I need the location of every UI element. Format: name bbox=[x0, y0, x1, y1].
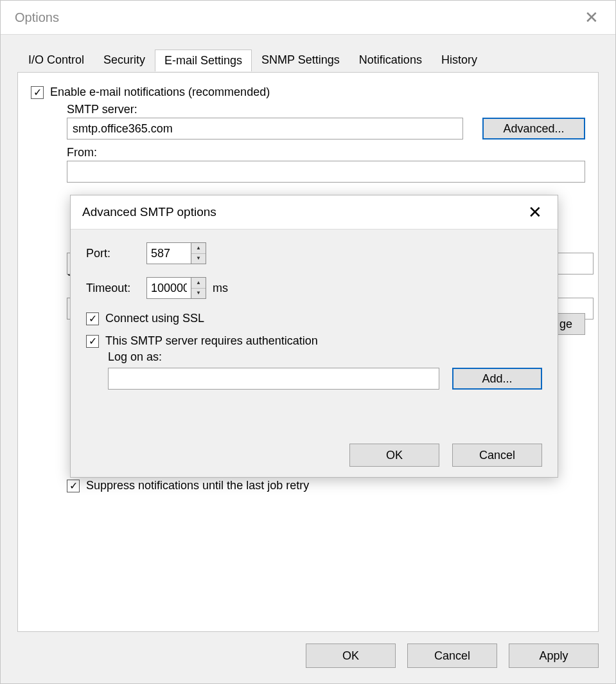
logon-label: Log on as: bbox=[108, 350, 542, 364]
tab-email-settings[interactable]: E-mail Settings bbox=[155, 50, 252, 71]
tab-io-control[interactable]: I/O Control bbox=[19, 49, 94, 71]
timeout-spinner[interactable]: ▲▼ bbox=[146, 277, 206, 299]
auth-row: This SMTP server requires authentication bbox=[86, 334, 542, 348]
window-title: Options bbox=[15, 10, 59, 25]
suppress-checkbox[interactable] bbox=[67, 480, 80, 492]
port-spinner[interactable]: ▲▼ bbox=[146, 242, 206, 264]
logon-row: Add... bbox=[108, 368, 542, 390]
tab-history[interactable]: History bbox=[432, 49, 487, 71]
modal-cancel-button[interactable]: Cancel bbox=[452, 444, 542, 467]
close-icon[interactable]: ✕ bbox=[579, 6, 604, 28]
advanced-smtp-dialog: Advanced SMTP options ✕ Port: ▲▼ Timeout… bbox=[70, 195, 558, 478]
logon-input[interactable] bbox=[108, 368, 439, 390]
tab-strip: I/O Control Security E-mail Settings SNM… bbox=[19, 49, 487, 71]
ssl-row: Connect using SSL bbox=[86, 312, 542, 325]
modal-close-icon[interactable]: ✕ bbox=[522, 201, 549, 223]
smtp-server-label: SMTP server: bbox=[67, 103, 585, 116]
suppress-row: Suppress notifications until the last jo… bbox=[67, 479, 309, 492]
tab-notifications[interactable]: Notifications bbox=[349, 49, 432, 71]
chevron-down-icon[interactable]: ▼ bbox=[191, 254, 206, 264]
ssl-checkbox[interactable] bbox=[86, 312, 99, 325]
smtp-block: SMTP server: Advanced... From: bbox=[67, 103, 585, 183]
timeout-unit: ms bbox=[213, 282, 228, 295]
add-credentials-button[interactable]: Add... bbox=[452, 368, 542, 390]
smtp-server-input[interactable] bbox=[67, 118, 463, 140]
modal-title: Advanced SMTP options bbox=[82, 205, 216, 219]
auth-checkbox[interactable] bbox=[86, 335, 99, 348]
enable-email-label: Enable e-mail notifications (recommended… bbox=[50, 86, 270, 99]
modal-body: Port: ▲▼ Timeout: ▲▼ ms Connect using SS… bbox=[71, 229, 558, 477]
chevron-down-icon[interactable]: ▼ bbox=[191, 289, 206, 299]
cancel-button[interactable]: Cancel bbox=[407, 644, 497, 668]
timeout-spin-buttons[interactable]: ▲▼ bbox=[191, 278, 206, 298]
from-label: From: bbox=[67, 146, 585, 159]
from-input[interactable] bbox=[67, 161, 585, 183]
tab-security[interactable]: Security bbox=[94, 49, 155, 71]
enable-email-checkbox[interactable] bbox=[31, 86, 44, 99]
titlebar: Options ✕ bbox=[1, 1, 615, 34]
port-row: Port: ▲▼ bbox=[86, 242, 542, 264]
chevron-up-icon[interactable]: ▲ bbox=[191, 278, 206, 289]
port-spin-buttons[interactable]: ▲▼ bbox=[191, 243, 206, 264]
modal-ok-button[interactable]: OK bbox=[349, 444, 439, 467]
options-window: Options ✕ I/O Control Security E-mail Se… bbox=[0, 0, 616, 684]
modal-button-bar: OK Cancel bbox=[349, 444, 542, 467]
ssl-label: Connect using SSL bbox=[105, 312, 204, 325]
dialog-button-bar: OK Cancel Apply bbox=[306, 644, 599, 668]
auth-label: This SMTP server requires authentication bbox=[105, 334, 318, 348]
advanced-button[interactable]: Advanced... bbox=[482, 118, 585, 140]
port-input[interactable] bbox=[147, 243, 191, 264]
suppress-label: Suppress notifications until the last jo… bbox=[86, 479, 309, 492]
timeout-input[interactable] bbox=[147, 278, 191, 298]
timeout-row: Timeout: ▲▼ ms bbox=[86, 277, 542, 299]
chevron-up-icon[interactable]: ▲ bbox=[191, 243, 206, 254]
port-label: Port: bbox=[86, 247, 146, 260]
enable-email-row: Enable e-mail notifications (recommended… bbox=[31, 86, 585, 99]
tab-snmp-settings[interactable]: SNMP Settings bbox=[252, 49, 349, 71]
ok-button[interactable]: OK bbox=[306, 644, 396, 668]
modal-titlebar: Advanced SMTP options ✕ bbox=[71, 195, 558, 229]
apply-button[interactable]: Apply bbox=[509, 644, 599, 668]
timeout-label: Timeout: bbox=[86, 282, 146, 295]
